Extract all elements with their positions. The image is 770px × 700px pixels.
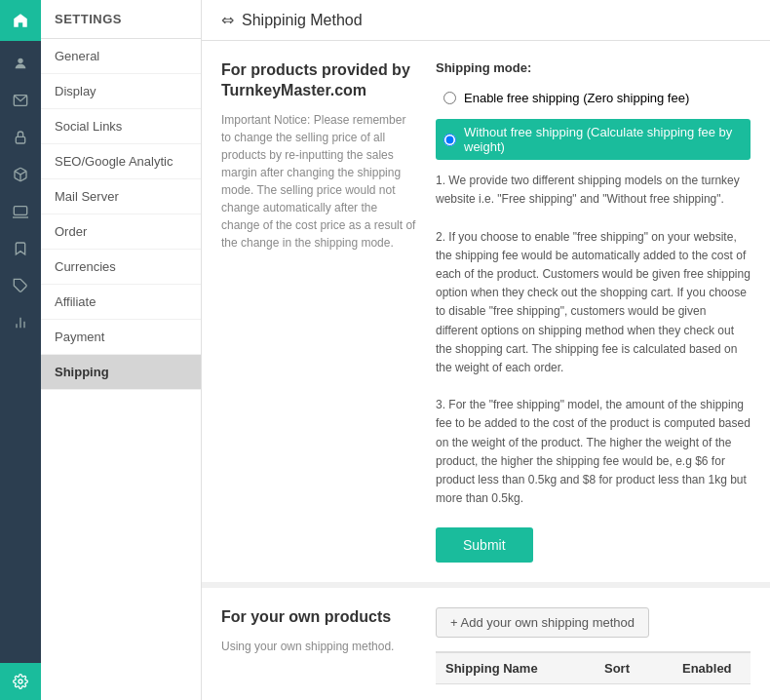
section-title-own: For your own products: [221, 607, 416, 628]
shipping-icon: ⇔: [221, 11, 234, 29]
section-left-own: For your own products Using your own shi…: [221, 607, 416, 700]
svg-point-0: [18, 58, 22, 63]
main: ⇔ Shippinig Method For products provided…: [202, 0, 770, 700]
section-turnkey: For products provided by TurnkeyMaster.c…: [202, 41, 770, 588]
svg-rect-2: [16, 136, 24, 143]
svg-rect-4: [14, 207, 26, 215]
no-record-text: No record found: [436, 684, 751, 700]
section-right-turnkey: Shipping mode: Enable free shipping (Zer…: [436, 60, 751, 563]
section-title-turnkey: For products provided by TurnkeyMaster.c…: [221, 60, 416, 101]
sidebar-item-order[interactable]: Order: [41, 214, 201, 250]
section-left-turnkey: For products provided by TurnkeyMaster.c…: [221, 60, 416, 563]
envelope-icon[interactable]: [0, 82, 41, 119]
page-title: Shippinig Method: [242, 12, 363, 29]
shipping-table: Shipping Name Sort Enabled No record fou…: [436, 651, 751, 700]
content-area: For products provided by TurnkeyMaster.c…: [202, 41, 770, 700]
sidebar-item-social-links[interactable]: Social Links: [41, 109, 201, 144]
home-icon[interactable]: [0, 0, 41, 41]
shipping-info-text: 1. We provide two different shipping mod…: [436, 172, 751, 508]
puzzle-icon[interactable]: [0, 267, 41, 304]
table-header-row: Shipping Name Sort Enabled: [436, 653, 751, 684]
radio-no-free-shipping-input[interactable]: [443, 134, 456, 146]
radio-free-shipping-label: Enable free shipping (Zero shipping fee): [464, 91, 689, 105]
svg-point-9: [19, 680, 22, 683]
section-own-products: For your own products Using your own shi…: [202, 588, 770, 700]
sidebar-item-payment[interactable]: Payment: [41, 320, 201, 355]
sidebar-item-seo[interactable]: SEO/Google Analytic: [41, 144, 201, 179]
icon-bar: [0, 0, 41, 700]
laptop-icon[interactable]: [0, 193, 41, 230]
user-icon[interactable]: [0, 45, 41, 82]
topbar: ⇔ Shippinig Method: [202, 0, 770, 41]
sidebar-item-display[interactable]: Display: [41, 74, 201, 109]
radio-no-free-shipping-label: Without free shipping (Calculate shippin…: [464, 125, 743, 154]
shipping-mode-label: Shipping mode:: [436, 60, 751, 75]
col-header-enabled: Enabled: [673, 661, 751, 676]
add-shipping-method-button[interactable]: + Add your own shipping method: [436, 607, 649, 638]
radio-free-shipping[interactable]: Enable free shipping (Zero shipping fee): [436, 85, 751, 111]
col-header-name: Shipping Name: [436, 661, 595, 676]
radio-no-free-shipping[interactable]: Without free shipping (Calculate shippin…: [436, 119, 751, 160]
gear-icon[interactable]: [0, 663, 41, 700]
lock-icon[interactable]: [0, 119, 41, 156]
section-note-turnkey: Important Notice: Please remember to cha…: [221, 111, 416, 252]
sidebar-item-shipping[interactable]: Shipping: [41, 355, 201, 390]
box-icon[interactable]: [0, 156, 41, 193]
sidebar-item-mail-server[interactable]: Mail Server: [41, 179, 201, 214]
col-header-sort: Sort: [595, 661, 673, 676]
submit-button[interactable]: Submit: [436, 527, 533, 563]
sidebar-item-currencies[interactable]: Currencies: [41, 250, 201, 285]
sidebar-item-affiliate[interactable]: Affiliate: [41, 285, 201, 320]
section-right-own: + Add your own shipping method Shipping …: [436, 607, 751, 700]
section-note-own: Using your own shipping method.: [221, 638, 416, 655]
bookmark-icon[interactable]: [0, 230, 41, 267]
sidebar-header: SETTINGS: [41, 0, 201, 39]
sidebar: SETTINGS General Display Social Links SE…: [41, 0, 202, 700]
sidebar-item-general[interactable]: General: [41, 39, 201, 74]
chart-icon[interactable]: [0, 304, 41, 341]
radio-free-shipping-input[interactable]: [443, 92, 456, 104]
